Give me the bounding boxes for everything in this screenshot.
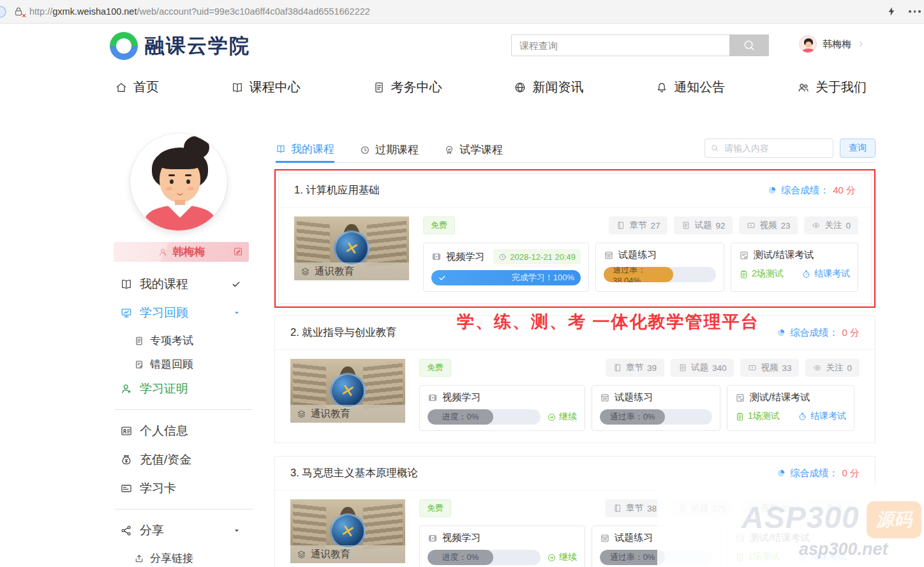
continue-link[interactable]: 继续: [547, 411, 577, 423]
url-scheme: http://: [29, 6, 52, 17]
chevron-right-icon: [857, 40, 865, 48]
sidebar-item-my-courses[interactable]: 我的课程: [120, 276, 241, 292]
course-thumbnail[interactable]: ✕ 通识教育: [294, 216, 409, 280]
arrow-circle-icon: [547, 412, 556, 422]
course-stats: 章节27 试题92 视频23 关注0: [609, 216, 858, 234]
sidebar-item-study-card[interactable]: 学习卡: [120, 480, 241, 497]
doc-edit-icon: [134, 359, 144, 370]
continue-link[interactable]: 继续: [547, 552, 577, 563]
search-icon: [742, 38, 756, 52]
profile-name: 韩梅梅: [173, 245, 205, 259]
sidebar-item-special-exam[interactable]: 专项考试: [134, 333, 253, 348]
browser-url-bar[interactable]: ✕ http://gxmk.weisha100.net/web/account?…: [0, 0, 924, 24]
course-search-input[interactable]: [511, 34, 729, 56]
sidebar-item-review[interactable]: 学习回顾: [120, 305, 241, 321]
tests-link[interactable]: 1场测试: [735, 411, 780, 422]
sidebar-item-profile[interactable]: 个人信息: [120, 423, 241, 439]
insecure-lock-icon[interactable]: ✕: [13, 6, 24, 17]
site-logo[interactable]: 融课云学院: [110, 32, 250, 60]
exam-box: 测试/结课考试 1场测试 结课考试: [727, 385, 854, 431]
book-icon: [231, 81, 244, 94]
video-study-box[interactable]: 视频学习 进度：0% 继续: [419, 525, 585, 567]
course-score: 综合成绩： 0 分: [776, 467, 860, 480]
nav-exam-center[interactable]: 考务中心: [373, 79, 442, 96]
course-card-2: 2. 就业指导与创业教育 综合成绩： 0 分 ✕ 通识教育 免费: [274, 315, 876, 443]
watermark-title: ASP300: [741, 500, 860, 535]
browser-menu-icon[interactable]: [909, 10, 921, 13]
bell-icon: [655, 81, 668, 94]
url-text[interactable]: http://gxmk.weisha100.net/web/account?ui…: [29, 6, 370, 17]
stat-videos: 视频23: [739, 216, 798, 234]
exam-doc-icon: [373, 81, 385, 94]
course-title[interactable]: 2. 就业指导与创业教育: [290, 326, 397, 340]
stopwatch-icon: [801, 269, 811, 279]
clipboard-icon: [735, 412, 745, 421]
sidebar-item-recharge[interactable]: 充值/资金: [120, 451, 241, 468]
course-score: 综合成绩： 0 分: [776, 327, 860, 339]
doc-icon: [678, 363, 687, 372]
stat-follows: 关注0: [804, 216, 858, 234]
stopwatch-icon: [798, 412, 807, 421]
course-title[interactable]: 1. 计算机应用基础: [294, 183, 380, 197]
clock-icon: [498, 253, 507, 261]
monitor-icon: [120, 306, 133, 319]
pie-chart-icon: [776, 328, 786, 338]
final-exam-link[interactable]: 结课考试: [801, 268, 850, 280]
sidebar-item-share[interactable]: 分享: [120, 522, 241, 539]
tab-trial-courses[interactable]: 试学课程: [444, 137, 503, 163]
stat-questions: 试题92: [674, 216, 733, 234]
nav-home[interactable]: 首页: [115, 79, 159, 96]
free-badge: 免费: [419, 499, 451, 517]
stat-videos: 视频33: [740, 359, 799, 377]
logo-text: 融课云学院: [145, 33, 250, 59]
course-title[interactable]: 3. 马克思主义基本原理概论: [290, 466, 418, 480]
nav-news[interactable]: 新闻资讯: [514, 79, 583, 96]
nav-course-center[interactable]: 课程中心: [231, 79, 301, 96]
arrow-circle-icon: [547, 553, 556, 563]
practice-box[interactable]: 试题练习 通过率：0%: [592, 385, 720, 431]
course-stats: 章节39 试题340 视频33 关注0: [606, 359, 860, 377]
final-exam-link[interactable]: 结课考试: [798, 411, 846, 422]
pie-chart-icon: [776, 468, 786, 478]
video-icon: [431, 252, 442, 262]
caret-down-icon: [232, 308, 241, 317]
course-filter-input[interactable]: [704, 139, 833, 158]
sidebar-item-share-link[interactable]: 分享链接: [134, 551, 253, 566]
tab-my-courses[interactable]: 我的课程: [276, 137, 334, 163]
user-name: 韩梅梅: [823, 38, 851, 50]
sidebar-item-wrong-questions[interactable]: 错题回顾: [134, 357, 253, 372]
tests-link[interactable]: 2场测试: [739, 268, 784, 280]
logo-mark-icon: [110, 32, 138, 60]
video-icon: [428, 393, 438, 403]
pie-chart-icon: [767, 185, 777, 195]
nav-about[interactable]: 关于我们: [797, 79, 867, 96]
edit-icon[interactable]: [233, 246, 243, 257]
tab-expired-courses[interactable]: 过期课程: [360, 137, 419, 163]
nav-notice[interactable]: 通知公告: [655, 79, 725, 96]
school-logo-icon: ✕: [330, 373, 366, 409]
exam-check-icon: [739, 250, 749, 261]
chapters-icon: [613, 363, 622, 372]
video-study-box[interactable]: 视频学习 2028-12-21 20:49 完成学习！100%: [423, 243, 589, 292]
video-icon: [747, 221, 756, 230]
query-button[interactable]: 查询: [840, 139, 876, 158]
course-search-button[interactable]: [729, 34, 769, 56]
book-icon: [120, 278, 133, 291]
divider: [115, 509, 253, 510]
course-thumbnail[interactable]: ✕ 通识教育: [290, 359, 405, 423]
home-icon: [115, 81, 128, 94]
user-menu[interactable]: 韩梅梅: [799, 35, 865, 53]
practice-icon: [604, 250, 614, 261]
stat-questions: 试题340: [671, 359, 734, 377]
video-study-box[interactable]: 视频学习 进度：0% 继续: [419, 385, 585, 431]
course-thumbnail[interactable]: ✕ 通识教育: [290, 499, 405, 563]
sidebar-item-certificate[interactable]: 学习证明: [120, 381, 241, 397]
eye-icon: [813, 363, 822, 372]
deadline-pill: 2028-12-21 20:49: [493, 249, 581, 264]
lightning-icon[interactable]: [886, 5, 897, 18]
pass-rate-bar: 通过率：38.04%: [604, 267, 716, 282]
profile-name-banner[interactable]: 韩梅梅: [114, 242, 249, 262]
practice-box[interactable]: 试题练习 通过率：38.04%: [595, 243, 724, 292]
watermark-overlay: ASP300 源码 asp300.net: [657, 486, 924, 567]
share-arrow-icon: [134, 554, 144, 564]
